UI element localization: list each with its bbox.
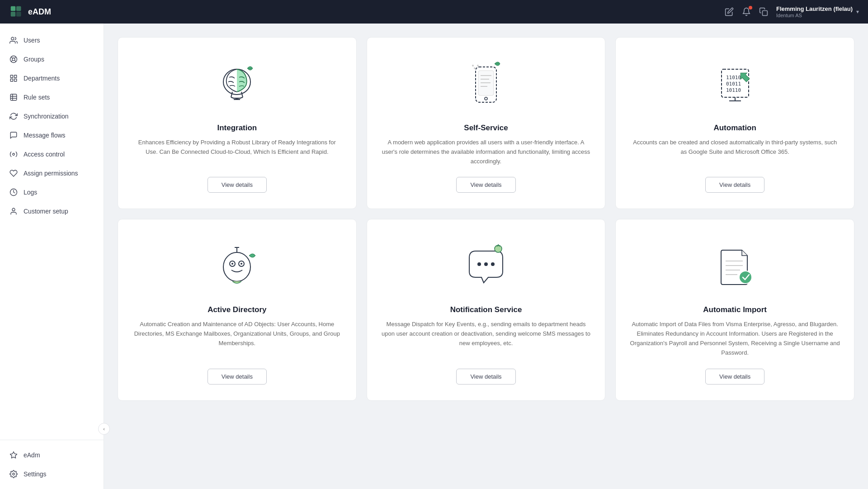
topbar-right: Flemming Lauritzen (flelau) Identum AS ▾ (725, 5, 859, 19)
edit-icon[interactable] (725, 7, 734, 16)
svg-point-52 (231, 263, 233, 265)
notification-service-view-details-button[interactable]: View details (456, 369, 515, 385)
svg-point-39 (474, 67, 476, 69)
user-chevron-icon: ▾ (856, 9, 859, 15)
card-self-service: Self-Service A modern web application pr… (367, 37, 606, 209)
departments-icon (9, 74, 18, 83)
automation-illustration: 11010 01011 10110 (706, 56, 764, 114)
self-service-illustration (457, 56, 515, 114)
app-logo (9, 5, 24, 19)
svg-point-58 (491, 262, 495, 266)
messageflows-icon (9, 131, 18, 140)
sidebar-label-settings: Settings (24, 470, 47, 478)
automatic-import-title: Automatic Import (703, 305, 767, 314)
permissions-icon (9, 169, 18, 178)
svg-line-10 (14, 57, 16, 58)
integration-title: Integration (217, 123, 257, 133)
clipboard-icon[interactable] (759, 7, 768, 16)
automatic-import-desc: Automatic Import of Data Files from Vism… (629, 320, 840, 357)
self-service-view-details-button[interactable]: View details (456, 177, 515, 193)
svg-point-5 (11, 37, 14, 40)
svg-line-8 (11, 57, 13, 58)
card-automatic-import: Automatic Import Automatic Import of Dat… (615, 219, 854, 400)
svg-line-26 (231, 92, 232, 97)
sidebar-item-synchronization[interactable]: Synchronization (0, 107, 104, 126)
card-active-directory: Active Directory Automatic Creation and … (118, 219, 357, 400)
integration-desc: Enhances Efficiency by Providing a Robus… (132, 138, 343, 166)
svg-rect-15 (10, 79, 13, 81)
notification-dot (749, 6, 752, 9)
sidebar-item-customersetup[interactable]: Customer setup (0, 202, 104, 221)
svg-point-37 (485, 97, 487, 100)
topbar-left: eADM (9, 5, 51, 19)
active-directory-desc: Automatic Creation and Maintenance of AD… (132, 320, 343, 357)
sidebar-collapse-button[interactable]: ‹ (98, 423, 110, 435)
active-directory-illustration (208, 237, 266, 296)
rulesets-icon (9, 93, 18, 102)
svg-line-11 (11, 60, 13, 62)
sidebar-item-users[interactable]: Users (0, 31, 104, 50)
svg-point-41 (472, 65, 474, 66)
svg-point-57 (484, 262, 488, 266)
groups-icon (9, 55, 18, 64)
user-org: Identum AS (776, 13, 853, 18)
sidebar-item-groups[interactable]: Groups (0, 50, 104, 69)
svg-point-20 (13, 153, 15, 156)
svg-point-24 (13, 473, 15, 475)
automation-desc: Accounts can be created and closed autom… (629, 138, 840, 166)
notification-service-title: Notification Service (450, 305, 522, 314)
svg-text:10110: 10110 (726, 87, 741, 93)
svg-point-49 (223, 252, 250, 281)
sidebar-item-departments[interactable]: Departments (0, 69, 104, 88)
active-directory-view-details-button[interactable]: View details (208, 369, 267, 385)
sidebar-bottom: eAdm Settings (0, 440, 104, 489)
automation-view-details-button[interactable]: View details (705, 177, 764, 193)
users-icon (9, 36, 18, 45)
svg-point-65 (739, 271, 752, 284)
sidebar-label-accesscontrol: Access control (24, 151, 65, 158)
automation-title: Automation (713, 123, 756, 133)
svg-rect-0 (11, 6, 16, 11)
svg-point-40 (477, 65, 479, 66)
active-directory-title: Active Directory (208, 305, 266, 314)
settings-icon (9, 470, 18, 479)
sidebar-label-assignpermissions: Assign permissions (24, 170, 78, 177)
svg-point-59 (495, 245, 502, 252)
sidebar-label-eadm: eAdm (24, 451, 40, 459)
sidebar-item-rulesets[interactable]: Rule sets (0, 88, 104, 107)
sidebar-label-users: Users (24, 37, 40, 44)
svg-text:01011: 01011 (726, 81, 741, 87)
svg-rect-13 (14, 75, 17, 77)
automatic-import-view-details-button[interactable]: View details (705, 369, 764, 385)
sidebar-label-customersetup: Customer setup (24, 208, 68, 215)
svg-point-56 (477, 262, 481, 266)
notifications-icon[interactable] (742, 7, 751, 16)
user-text: Flemming Lauritzen (flelau) Identum AS (776, 5, 853, 19)
app-title: eADM (28, 7, 51, 17)
sidebar-item-messageflows[interactable]: Message flows (0, 126, 104, 145)
self-service-desc: A modern web application provides all us… (381, 138, 592, 166)
self-service-title: Self-Service (464, 123, 508, 133)
sidebar-item-assignpermissions[interactable]: Assign permissions (0, 164, 104, 183)
user-profile[interactable]: Flemming Lauritzen (flelau) Identum AS ▾ (776, 5, 859, 19)
card-integration: Integration Enhances Efficiency by Provi… (118, 37, 357, 209)
sidebar-item-logs[interactable]: Logs (0, 183, 104, 202)
sidebar-label-synchronization: Synchronization (24, 113, 69, 120)
user-name: Flemming Lauritzen (flelau) (776, 5, 853, 13)
sidebar-item-accesscontrol[interactable]: Access control (0, 145, 104, 164)
svg-rect-14 (14, 79, 17, 81)
sidebar-label-rulesets: Rule sets (24, 94, 50, 101)
sidebar-label-departments: Departments (24, 75, 60, 82)
notification-illustration (457, 237, 515, 296)
svg-rect-4 (762, 10, 767, 15)
sidebar-item-eadm[interactable]: eAdm (0, 446, 104, 465)
automatic-import-illustration (706, 237, 764, 296)
customersetup-icon (9, 207, 18, 216)
cards-grid: Integration Enhances Efficiency by Provi… (118, 37, 854, 401)
sidebar-item-settings[interactable]: Settings (0, 465, 104, 484)
svg-line-9 (14, 60, 16, 62)
integration-view-details-button[interactable]: View details (208, 177, 267, 193)
svg-rect-3 (16, 12, 21, 17)
svg-line-27 (241, 92, 243, 97)
sidebar-label-groups: Groups (24, 56, 44, 63)
